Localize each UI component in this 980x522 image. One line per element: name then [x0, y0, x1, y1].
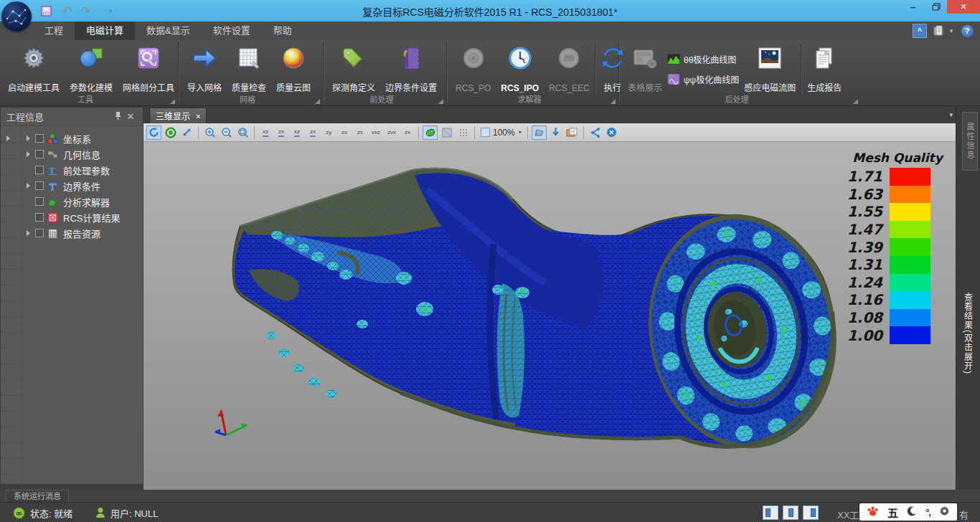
zoom-out-icon[interactable] [219, 125, 234, 140]
ime-toolbar[interactable]: 五 °, [859, 503, 957, 521]
tree-checkbox[interactable] [35, 134, 44, 143]
app-logo-icon[interactable] [1, 1, 32, 32]
properties-side-tab[interactable]: 属性信息 [962, 112, 978, 171]
panel-close-icon[interactable]: ✕ [124, 111, 137, 122]
tree-item-label: 分析求解器 [63, 195, 110, 209]
tab-3d-display[interactable]: 三维显示 × [149, 108, 207, 123]
parametric-modeling-button[interactable]: 参数化建模 [65, 43, 118, 95]
ime-mode-label[interactable]: 五 [887, 505, 898, 520]
group-label-tools: 工具 [0, 93, 171, 105]
induced-current-map-button[interactable]: 感应电磁流图 [739, 43, 801, 95]
view-iso4-button[interactable]: zx [400, 125, 415, 140]
capture-icon[interactable] [565, 125, 580, 140]
layout-middle-icon[interactable] [783, 506, 798, 520]
tree-item-rcs-results[interactable]: RCS计算结果 [1, 209, 143, 225]
device-caret-icon[interactable]: ▾ [947, 24, 956, 38]
import-mesh-button[interactable]: 导入网格 [182, 43, 227, 95]
group-launcher-icon[interactable] [315, 99, 320, 104]
view-bottom-button[interactable]: zx [336, 125, 352, 140]
psi-polar-curve-button[interactable]: ψψ极化曲线图 [667, 70, 739, 87]
probe-angle-button[interactable]: 探测角定义 [327, 43, 380, 95]
view-left-button[interactable]: xz [289, 125, 305, 140]
tab-list-caret-icon[interactable]: ▾ [949, 111, 953, 118]
theta-polar-curve-button[interactable]: θθ极化曲线图 [667, 50, 739, 67]
orbit-icon[interactable] [163, 125, 178, 140]
user-icon [95, 507, 105, 518]
tab-em-compute[interactable]: 电磁计算 [75, 22, 135, 40]
pan-icon[interactable] [179, 125, 194, 140]
tree-item-coordinate[interactable]: 坐标系 [1, 130, 143, 146]
generate-report-button[interactable]: 生成报告 [802, 43, 847, 95]
tree-checkbox[interactable] [35, 181, 44, 190]
disc-gray-icon [557, 44, 580, 72]
table-display-button[interactable]: 表格展示 [623, 43, 667, 95]
tab-project[interactable]: 工程 [33, 22, 75, 40]
punctuation-icon[interactable]: °, [925, 507, 930, 518]
wireframe-mode-icon[interactable] [439, 125, 454, 140]
group-launcher-icon[interactable] [853, 99, 858, 104]
view-right-button[interactable]: zx [305, 125, 321, 140]
tree-item-geometry[interactable]: 几何信息 [1, 146, 143, 162]
paw-icon[interactable] [867, 506, 879, 519]
zoom-in-icon[interactable] [202, 125, 217, 140]
system-message-tab[interactable]: 系统运行消息 [6, 490, 69, 502]
restore-button[interactable] [925, 0, 947, 14]
mesh-tool-button[interactable]: 网格剖分工具 [118, 43, 179, 95]
minimize-button[interactable]: – [903, 0, 924, 14]
tree-checkbox[interactable] [35, 213, 44, 222]
group-launcher-icon[interactable] [438, 99, 443, 104]
tab-settings[interactable]: 软件设置 [202, 22, 262, 40]
tree-checkbox[interactable] [35, 150, 44, 158]
close-circle-icon[interactable] [604, 125, 619, 140]
tree-checkbox[interactable] [35, 197, 44, 206]
rotate-icon[interactable] [146, 125, 161, 140]
close-button[interactable]: ✕ [947, 0, 980, 14]
launch-modeling-button[interactable]: 启动建模工具 [3, 43, 65, 95]
import-down-icon[interactable] [548, 125, 563, 140]
flow-icon[interactable] [588, 125, 603, 140]
tree-item-solver[interactable]: 分析求解器 [1, 194, 143, 209]
tree-item-boundary[interactable]: 边界条件 [1, 178, 143, 194]
zoom-level-select[interactable]: 100% ▾ [478, 125, 524, 140]
tree-checkbox[interactable] [35, 229, 44, 237]
tree-checkbox[interactable] [35, 166, 44, 174]
view-iso3-button[interactable]: zvx [384, 125, 400, 140]
view-results-side-tab[interactable]: 查看结果(双击展开) [959, 258, 976, 409]
view-front-button[interactable]: xz [258, 125, 273, 140]
moon-icon[interactable] [907, 506, 917, 518]
rcs-po-button[interactable]: RCS_PO [451, 43, 496, 95]
tree-item-preprocess-params[interactable]: T 前处理参数 [1, 162, 143, 178]
device-icon[interactable] [931, 24, 947, 38]
boundary-settings-button[interactable]: 边界条件设置 [380, 43, 442, 95]
tab-help[interactable]: 帮助 [262, 22, 303, 40]
tab-close-icon[interactable]: × [196, 112, 200, 120]
view-iso2-button[interactable]: vxz [368, 125, 384, 140]
rcs-ipo-button[interactable]: RCS_IPO [496, 43, 544, 95]
rcs-eec-button[interactable]: RCS_EEC [544, 43, 595, 95]
3d-canvas[interactable]: Mesh Quality 1.71 1.63 1.55 1.47 1.39 1.… [143, 142, 956, 490]
collapse-ribbon-button[interactable]: ^ [913, 24, 927, 38]
view-back-button[interactable]: zx [273, 125, 289, 140]
shaded-mode-icon[interactable] [423, 125, 438, 140]
points-mode-icon[interactable] [456, 125, 471, 140]
project-panel: 工程信息 ✕ 坐标系 几何信息 [0, 106, 143, 485]
layout-right-icon[interactable] [803, 506, 819, 520]
boundary-icon [47, 181, 59, 191]
legend-swatch [890, 221, 930, 239]
tab-data-display[interactable]: 数据&显示 [135, 22, 202, 40]
view-top-button[interactable]: zy [321, 125, 336, 140]
quality-cloud-button[interactable]: 质量云图 [271, 43, 316, 95]
help-button[interactable]: ? [960, 24, 974, 38]
clip-icon[interactable] [532, 125, 547, 140]
tree-item-report-resources[interactable]: 报告资源 [1, 225, 143, 241]
copyright-text-left: XX工 [837, 508, 859, 521]
pin-icon[interactable] [111, 111, 124, 123]
quality-check-button[interactable]: 质量检查 [227, 43, 271, 95]
gear-icon[interactable] [939, 506, 950, 518]
view-iso1-button[interactable]: zx [352, 125, 368, 140]
layout-left-icon[interactable] [763, 506, 778, 520]
group-launcher-icon[interactable] [611, 99, 616, 104]
group-launcher-icon[interactable] [170, 99, 175, 104]
zoom-window-icon[interactable] [235, 125, 250, 140]
rcs-result-icon [47, 212, 59, 223]
